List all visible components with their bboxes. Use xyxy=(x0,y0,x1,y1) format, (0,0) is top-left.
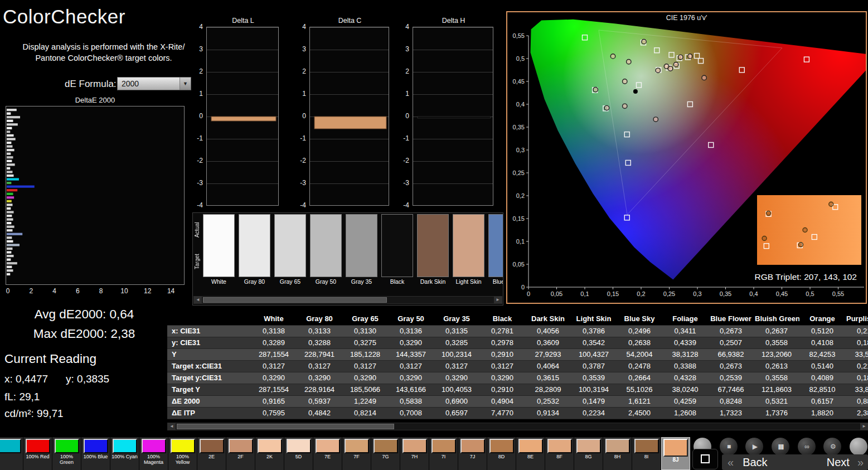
deltae-bar xyxy=(7,233,22,235)
deltae-bar xyxy=(7,266,12,268)
patch-7j[interactable]: 7J xyxy=(458,437,487,470)
deltae-bar xyxy=(7,219,13,221)
patch-2e[interactable]: 2E xyxy=(197,437,226,470)
patch-7f[interactable]: 7F xyxy=(342,437,371,470)
patch-7h[interactable]: 7H xyxy=(400,437,429,470)
table-cell: 0,3285 xyxy=(434,337,479,348)
deltae-bar xyxy=(7,146,12,148)
table-cell: 2,4500 xyxy=(617,407,662,419)
scroll-left-icon[interactable]: ◄ xyxy=(194,297,202,303)
patch-label: 100% Yellow xyxy=(168,454,197,465)
back-button[interactable]: Back xyxy=(743,456,767,469)
patch-unlabeled[interactable] xyxy=(0,437,23,470)
color-swatch[interactable] xyxy=(488,214,503,277)
axis-tick-label: 0,35 xyxy=(513,124,525,130)
chevron-down-icon[interactable]: ▼ xyxy=(180,77,191,90)
color-swatch[interactable] xyxy=(274,214,306,277)
color-swatch[interactable] xyxy=(381,214,413,277)
round-button-right[interactable] xyxy=(849,437,868,456)
patch-100-yellow[interactable]: 100% Yellow xyxy=(168,437,197,470)
patch-100-cyan[interactable]: 100% Cyan xyxy=(110,437,139,470)
table-cell: 0,2496 xyxy=(617,325,662,337)
scrollbar-thumb[interactable] xyxy=(203,297,387,303)
scroll-right-icon[interactable]: ► xyxy=(494,297,502,303)
patch-100-green[interactable]: 100% Green xyxy=(52,437,81,470)
patch-7g[interactable]: 7G xyxy=(371,437,400,470)
measured-circle xyxy=(762,236,767,241)
patch-7e[interactable]: 7E xyxy=(313,437,342,470)
back-chevrons-icon[interactable]: « xyxy=(728,456,734,469)
color-swatch[interactable] xyxy=(239,214,270,277)
delta-h-chart: Delta H 43210-1-2-3-4 xyxy=(399,17,500,211)
deltae-bar xyxy=(7,229,12,231)
scroll-right-icon[interactable]: ► xyxy=(860,423,868,430)
settings-button[interactable]: ⚙ xyxy=(823,437,842,456)
delta-h-plot xyxy=(413,27,493,206)
axis-tick-label: 0,3 xyxy=(693,290,701,297)
table-cell: 287,1554 xyxy=(251,384,297,395)
chart-title: Delta H xyxy=(413,17,494,25)
patch-8j[interactable]: 8J xyxy=(661,437,690,470)
patch-2k[interactable]: 2K xyxy=(255,437,284,470)
deltae-bar xyxy=(7,203,12,206)
patch-8h[interactable]: 8H xyxy=(603,437,632,470)
loop-button[interactable]: ∞ xyxy=(797,437,816,456)
max-value: 2,38 xyxy=(111,327,135,341)
scrollbar-thumb[interactable] xyxy=(177,424,394,429)
square-window-button[interactable] xyxy=(692,449,718,469)
table-cell: 0,3609 xyxy=(525,337,571,348)
table-cell: 0,1479 xyxy=(571,395,617,407)
axis-tick-label: -1 xyxy=(398,134,409,142)
color-swatch[interactable] xyxy=(203,214,235,277)
table-cell: 144,3357 xyxy=(388,348,434,360)
patch-100-red[interactable]: 100% Red xyxy=(23,437,52,470)
swatch-horizontal-scrollbar[interactable]: ◄ ► xyxy=(193,296,502,304)
color-swatch[interactable] xyxy=(417,214,449,277)
table-cell: 185,5066 xyxy=(342,384,388,395)
patch-8i[interactable]: 8I xyxy=(632,437,661,470)
table-cell: 0,2539 xyxy=(708,372,754,384)
next-chevrons-icon[interactable]: » xyxy=(857,456,864,469)
table-cell: 0,4056 xyxy=(525,325,571,337)
next-button[interactable]: Next xyxy=(827,456,850,469)
axis-tick-label: 4 xyxy=(52,287,56,295)
patch-2f[interactable]: 2F xyxy=(226,437,255,470)
axis-tick-label: 3 xyxy=(295,45,306,53)
patch-label: 7H xyxy=(400,454,429,459)
patch-100-magenta[interactable]: 100% Magenta xyxy=(139,437,168,470)
patch-100-blue[interactable]: 100% Blue xyxy=(81,437,110,470)
patch-label: 100% Magenta xyxy=(139,454,168,465)
patch-8f[interactable]: 8F xyxy=(545,437,574,470)
patch-label: 100% Red xyxy=(23,454,52,459)
color-swatch[interactable] xyxy=(310,214,342,277)
axis-tick-label: 0,05 xyxy=(551,290,562,297)
swatch-label: Dark Skin xyxy=(415,278,451,285)
play-button[interactable]: ▶ xyxy=(745,437,764,456)
de-formula-select[interactable]: 2000 ▼ xyxy=(117,77,191,90)
patch-8g[interactable]: 8G xyxy=(574,437,603,470)
color-swatch[interactable] xyxy=(453,214,484,277)
deltae-bar xyxy=(7,259,11,261)
patch-5d[interactable]: 5D xyxy=(284,437,313,470)
patch-8e[interactable]: 8E xyxy=(516,437,545,470)
axis-tick-label: -1 xyxy=(192,134,203,142)
color-swatch[interactable] xyxy=(346,214,377,277)
patch-7i[interactable]: 7I xyxy=(429,437,458,470)
table-cell: 123,2060 xyxy=(754,348,799,360)
table-horizontal-scrollbar[interactable]: ◄ ► xyxy=(167,423,868,430)
axis-tick-label: 3 xyxy=(398,45,409,53)
patch-label: 8E xyxy=(516,454,545,459)
patch-8d[interactable]: 8D xyxy=(487,437,516,470)
avg-value: 0,64 xyxy=(109,307,134,321)
scroll-left-icon[interactable]: ◄ xyxy=(168,423,176,430)
axis-tick-label: 0,1 xyxy=(516,238,525,245)
patch-strip: 100% Red100% Green100% Blue100% Cyan100%… xyxy=(0,437,692,470)
stop-button[interactable]: ■ xyxy=(719,437,738,456)
patch-label: 2K xyxy=(255,454,284,459)
column-header: Gray 35 xyxy=(434,312,479,325)
pause-button[interactable]: ▮▮ xyxy=(771,437,790,456)
table-cell: 0,2478 xyxy=(617,360,662,372)
table-cell: 0,3615 xyxy=(525,372,571,384)
deltae-bar xyxy=(7,123,18,125)
table-cell: 0,9134 xyxy=(525,407,571,419)
